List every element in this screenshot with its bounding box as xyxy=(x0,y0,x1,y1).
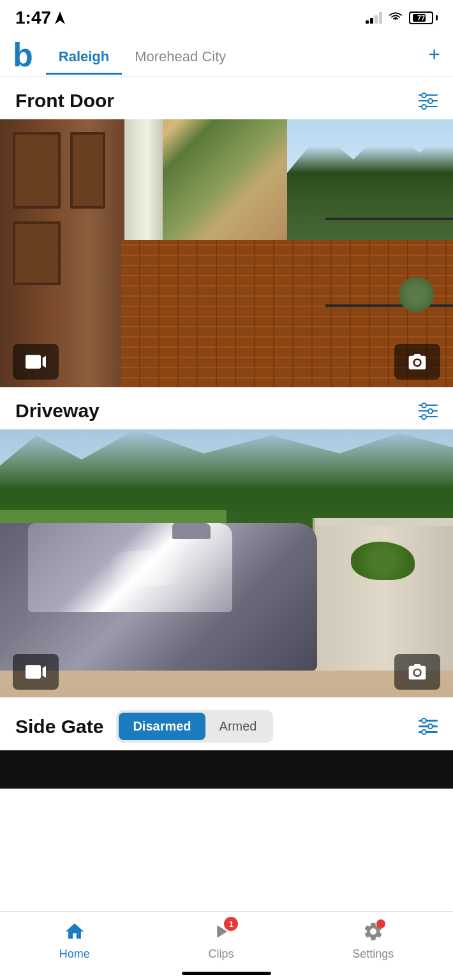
bottom-nav: Home 1 Clips Settings xyxy=(0,911,453,980)
tab-morehead-city[interactable]: Morehead City xyxy=(122,41,239,75)
driveway-settings-icon[interactable] xyxy=(419,404,438,419)
time-display: 1:47 xyxy=(15,8,51,28)
side-gate-section: Side Gate Disarmed Armed xyxy=(0,697,453,789)
front-door-feed[interactable] xyxy=(0,119,453,387)
side-gate-header: Side Gate Disarmed Armed xyxy=(0,697,453,750)
front-door-controls xyxy=(0,336,453,387)
side-gate-feed[interactable] xyxy=(0,750,453,789)
app-logo: b xyxy=(13,38,33,77)
front-door-title: Front Door xyxy=(15,90,114,112)
nav-clips-label: Clips xyxy=(208,947,234,961)
front-door-section: Front Door xyxy=(0,77,453,387)
arm-toggle-group: Disarmed Armed xyxy=(116,710,273,743)
driveway-title: Driveway xyxy=(15,400,100,422)
driveway-feed[interactable] xyxy=(0,429,453,697)
signal-bar-3 xyxy=(375,15,378,24)
front-door-video-button[interactable] xyxy=(13,344,59,380)
dw-fence-top xyxy=(313,518,453,526)
signal-bar-1 xyxy=(366,20,369,24)
wifi-icon xyxy=(389,11,403,26)
driveway-video-button[interactable] xyxy=(13,654,59,690)
driveway-header: Driveway xyxy=(0,387,453,429)
add-location-button[interactable]: + xyxy=(428,43,440,73)
tab-bar: Raleigh Morehead City xyxy=(46,41,429,74)
driveway-section: Driveway xyxy=(0,387,453,697)
signal-bar-2 xyxy=(370,18,373,24)
front-door-settings-icon[interactable] xyxy=(419,94,438,108)
dw-shrubs xyxy=(351,542,415,580)
armed-toggle-button[interactable]: Armed xyxy=(205,713,271,740)
nav-settings[interactable]: Settings xyxy=(352,921,394,961)
clips-badge: 1 xyxy=(224,917,238,931)
location-icon xyxy=(55,11,65,24)
app-header: b Raleigh Morehead City + xyxy=(0,33,453,77)
side-gate-left: Side Gate Disarmed Armed xyxy=(15,710,273,743)
status-icons: 77 xyxy=(366,11,438,26)
tab-raleigh[interactable]: Raleigh xyxy=(46,41,122,75)
disarmed-toggle-button[interactable]: Disarmed xyxy=(119,713,205,740)
clips-icon: 1 xyxy=(210,921,232,945)
dw-small-car xyxy=(172,523,211,539)
signal-bar-4 xyxy=(379,12,382,24)
nav-home-label: Home xyxy=(59,947,90,961)
status-bar: 1:47 77 xyxy=(0,0,453,33)
home-icon xyxy=(64,921,85,945)
driveway-photo-button[interactable] xyxy=(394,654,440,690)
battery-percent: 77 xyxy=(417,14,425,22)
side-gate-title: Side Gate xyxy=(15,716,103,738)
settings-dot xyxy=(376,919,385,928)
front-door-photo-button[interactable] xyxy=(394,344,440,380)
nav-settings-label: Settings xyxy=(352,947,394,961)
battery-indicator: 77 xyxy=(409,11,438,24)
nav-home[interactable]: Home xyxy=(59,921,90,961)
driveway-controls xyxy=(0,646,453,697)
signal-strength xyxy=(366,12,382,24)
side-gate-settings-icon[interactable] xyxy=(419,719,438,734)
home-indicator xyxy=(182,972,271,975)
front-door-header: Front Door xyxy=(0,77,453,119)
fd-railing xyxy=(325,211,453,307)
nav-clips[interactable]: 1 Clips xyxy=(208,921,234,961)
status-time: 1:47 xyxy=(15,8,65,28)
settings-nav-icon xyxy=(362,921,384,945)
